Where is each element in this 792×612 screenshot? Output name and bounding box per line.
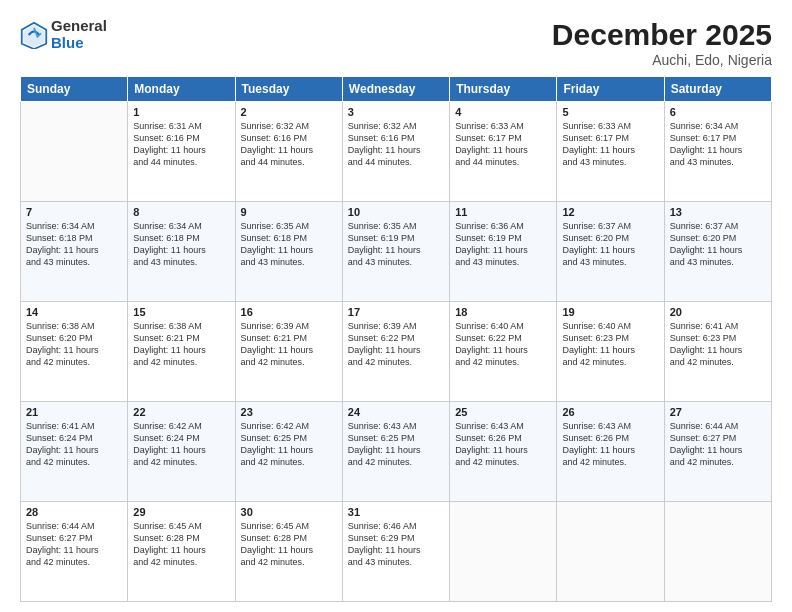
calendar-cell: 24Sunrise: 6:43 AM Sunset: 6:25 PM Dayli… xyxy=(342,402,449,502)
calendar-cell xyxy=(557,502,664,602)
col-friday: Friday xyxy=(557,77,664,102)
cell-info: Sunrise: 6:34 AM Sunset: 6:18 PM Dayligh… xyxy=(26,220,122,269)
calendar-week-row: 7Sunrise: 6:34 AM Sunset: 6:18 PM Daylig… xyxy=(21,202,772,302)
cell-info: Sunrise: 6:43 AM Sunset: 6:25 PM Dayligh… xyxy=(348,420,444,469)
location: Auchi, Edo, Nigeria xyxy=(552,52,772,68)
cell-info: Sunrise: 6:32 AM Sunset: 6:16 PM Dayligh… xyxy=(348,120,444,169)
day-number: 6 xyxy=(670,106,766,118)
calendar-cell: 7Sunrise: 6:34 AM Sunset: 6:18 PM Daylig… xyxy=(21,202,128,302)
header: General Blue December 2025 Auchi, Edo, N… xyxy=(20,18,772,68)
calendar-cell: 9Sunrise: 6:35 AM Sunset: 6:18 PM Daylig… xyxy=(235,202,342,302)
cell-info: Sunrise: 6:42 AM Sunset: 6:24 PM Dayligh… xyxy=(133,420,229,469)
day-number: 16 xyxy=(241,306,337,318)
calendar-cell: 6Sunrise: 6:34 AM Sunset: 6:17 PM Daylig… xyxy=(664,102,771,202)
logo-blue-text: Blue xyxy=(51,35,107,52)
calendar-cell: 4Sunrise: 6:33 AM Sunset: 6:17 PM Daylig… xyxy=(450,102,557,202)
logo: General Blue xyxy=(20,18,107,51)
calendar-header: Sunday Monday Tuesday Wednesday Thursday… xyxy=(21,77,772,102)
day-number: 25 xyxy=(455,406,551,418)
day-number: 29 xyxy=(133,506,229,518)
cell-info: Sunrise: 6:45 AM Sunset: 6:28 PM Dayligh… xyxy=(133,520,229,569)
logo-general-text: General xyxy=(51,18,107,35)
day-number: 14 xyxy=(26,306,122,318)
col-tuesday: Tuesday xyxy=(235,77,342,102)
day-number: 19 xyxy=(562,306,658,318)
calendar-cell: 25Sunrise: 6:43 AM Sunset: 6:26 PM Dayli… xyxy=(450,402,557,502)
col-sunday: Sunday xyxy=(21,77,128,102)
cell-info: Sunrise: 6:39 AM Sunset: 6:22 PM Dayligh… xyxy=(348,320,444,369)
cell-info: Sunrise: 6:40 AM Sunset: 6:22 PM Dayligh… xyxy=(455,320,551,369)
day-number: 7 xyxy=(26,206,122,218)
calendar-week-row: 14Sunrise: 6:38 AM Sunset: 6:20 PM Dayli… xyxy=(21,302,772,402)
day-number: 12 xyxy=(562,206,658,218)
cell-info: Sunrise: 6:31 AM Sunset: 6:16 PM Dayligh… xyxy=(133,120,229,169)
calendar-cell: 27Sunrise: 6:44 AM Sunset: 6:27 PM Dayli… xyxy=(664,402,771,502)
cell-info: Sunrise: 6:37 AM Sunset: 6:20 PM Dayligh… xyxy=(562,220,658,269)
cell-info: Sunrise: 6:37 AM Sunset: 6:20 PM Dayligh… xyxy=(670,220,766,269)
calendar-cell: 15Sunrise: 6:38 AM Sunset: 6:21 PM Dayli… xyxy=(128,302,235,402)
title-block: December 2025 Auchi, Edo, Nigeria xyxy=(552,18,772,68)
day-number: 28 xyxy=(26,506,122,518)
calendar-cell: 28Sunrise: 6:44 AM Sunset: 6:27 PM Dayli… xyxy=(21,502,128,602)
calendar-cell: 30Sunrise: 6:45 AM Sunset: 6:28 PM Dayli… xyxy=(235,502,342,602)
day-number: 17 xyxy=(348,306,444,318)
calendar-cell: 3Sunrise: 6:32 AM Sunset: 6:16 PM Daylig… xyxy=(342,102,449,202)
col-thursday: Thursday xyxy=(450,77,557,102)
cell-info: Sunrise: 6:34 AM Sunset: 6:17 PM Dayligh… xyxy=(670,120,766,169)
logo-text: General Blue xyxy=(51,18,107,51)
calendar-cell: 12Sunrise: 6:37 AM Sunset: 6:20 PM Dayli… xyxy=(557,202,664,302)
day-number: 27 xyxy=(670,406,766,418)
day-number: 21 xyxy=(26,406,122,418)
calendar-cell: 19Sunrise: 6:40 AM Sunset: 6:23 PM Dayli… xyxy=(557,302,664,402)
cell-info: Sunrise: 6:33 AM Sunset: 6:17 PM Dayligh… xyxy=(562,120,658,169)
cell-info: Sunrise: 6:41 AM Sunset: 6:24 PM Dayligh… xyxy=(26,420,122,469)
calendar-cell: 10Sunrise: 6:35 AM Sunset: 6:19 PM Dayli… xyxy=(342,202,449,302)
day-number: 20 xyxy=(670,306,766,318)
day-number: 9 xyxy=(241,206,337,218)
calendar-cell: 1Sunrise: 6:31 AM Sunset: 6:16 PM Daylig… xyxy=(128,102,235,202)
day-number: 23 xyxy=(241,406,337,418)
day-number: 8 xyxy=(133,206,229,218)
calendar-cell: 20Sunrise: 6:41 AM Sunset: 6:23 PM Dayli… xyxy=(664,302,771,402)
cell-info: Sunrise: 6:40 AM Sunset: 6:23 PM Dayligh… xyxy=(562,320,658,369)
day-number: 24 xyxy=(348,406,444,418)
calendar-week-row: 21Sunrise: 6:41 AM Sunset: 6:24 PM Dayli… xyxy=(21,402,772,502)
cell-info: Sunrise: 6:35 AM Sunset: 6:18 PM Dayligh… xyxy=(241,220,337,269)
day-number: 18 xyxy=(455,306,551,318)
cell-info: Sunrise: 6:39 AM Sunset: 6:21 PM Dayligh… xyxy=(241,320,337,369)
cell-info: Sunrise: 6:44 AM Sunset: 6:27 PM Dayligh… xyxy=(670,420,766,469)
cell-info: Sunrise: 6:32 AM Sunset: 6:16 PM Dayligh… xyxy=(241,120,337,169)
cell-info: Sunrise: 6:45 AM Sunset: 6:28 PM Dayligh… xyxy=(241,520,337,569)
calendar-cell: 29Sunrise: 6:45 AM Sunset: 6:28 PM Dayli… xyxy=(128,502,235,602)
day-number: 15 xyxy=(133,306,229,318)
calendar-cell xyxy=(21,102,128,202)
cell-info: Sunrise: 6:36 AM Sunset: 6:19 PM Dayligh… xyxy=(455,220,551,269)
cell-info: Sunrise: 6:38 AM Sunset: 6:21 PM Dayligh… xyxy=(133,320,229,369)
cell-info: Sunrise: 6:43 AM Sunset: 6:26 PM Dayligh… xyxy=(562,420,658,469)
day-number: 5 xyxy=(562,106,658,118)
calendar-cell: 8Sunrise: 6:34 AM Sunset: 6:18 PM Daylig… xyxy=(128,202,235,302)
calendar-cell: 16Sunrise: 6:39 AM Sunset: 6:21 PM Dayli… xyxy=(235,302,342,402)
calendar-cell: 23Sunrise: 6:42 AM Sunset: 6:25 PM Dayli… xyxy=(235,402,342,502)
day-number: 26 xyxy=(562,406,658,418)
calendar-week-row: 1Sunrise: 6:31 AM Sunset: 6:16 PM Daylig… xyxy=(21,102,772,202)
calendar-cell: 26Sunrise: 6:43 AM Sunset: 6:26 PM Dayli… xyxy=(557,402,664,502)
col-monday: Monday xyxy=(128,77,235,102)
calendar-cell xyxy=(450,502,557,602)
cell-info: Sunrise: 6:35 AM Sunset: 6:19 PM Dayligh… xyxy=(348,220,444,269)
col-saturday: Saturday xyxy=(664,77,771,102)
calendar-table: Sunday Monday Tuesday Wednesday Thursday… xyxy=(20,76,772,602)
day-number: 22 xyxy=(133,406,229,418)
cell-info: Sunrise: 6:44 AM Sunset: 6:27 PM Dayligh… xyxy=(26,520,122,569)
calendar-cell: 31Sunrise: 6:46 AM Sunset: 6:29 PM Dayli… xyxy=(342,502,449,602)
calendar-cell: 17Sunrise: 6:39 AM Sunset: 6:22 PM Dayli… xyxy=(342,302,449,402)
day-number: 10 xyxy=(348,206,444,218)
cell-info: Sunrise: 6:33 AM Sunset: 6:17 PM Dayligh… xyxy=(455,120,551,169)
col-wednesday: Wednesday xyxy=(342,77,449,102)
calendar-cell: 11Sunrise: 6:36 AM Sunset: 6:19 PM Dayli… xyxy=(450,202,557,302)
day-number: 13 xyxy=(670,206,766,218)
calendar-cell: 2Sunrise: 6:32 AM Sunset: 6:16 PM Daylig… xyxy=(235,102,342,202)
calendar-cell: 13Sunrise: 6:37 AM Sunset: 6:20 PM Dayli… xyxy=(664,202,771,302)
month-title: December 2025 xyxy=(552,18,772,52)
cell-info: Sunrise: 6:38 AM Sunset: 6:20 PM Dayligh… xyxy=(26,320,122,369)
